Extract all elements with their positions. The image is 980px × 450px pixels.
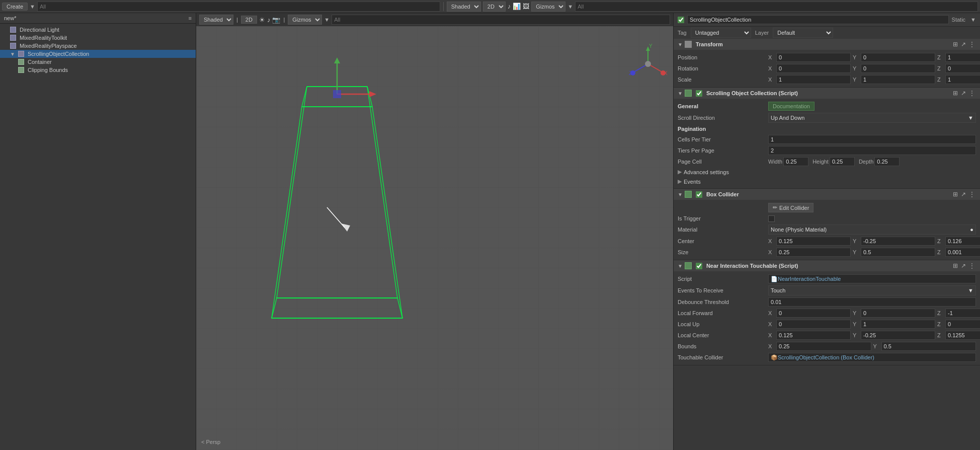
scale-x-field: X xyxy=(768,75,851,84)
near-interaction-icon-2[interactable]: ↗ xyxy=(960,262,967,269)
script-ref[interactable]: 📄 NearInteractionTouchable xyxy=(768,274,976,283)
near-interaction-icon-1[interactable]: ⊞ xyxy=(952,262,959,269)
gizmos-vp-select[interactable]: Gizmos xyxy=(288,15,322,25)
scrolling-icon-1[interactable]: ⊞ xyxy=(952,90,959,97)
audio-icon[interactable]: ♪ xyxy=(508,3,511,10)
scrolling-script-header[interactable]: ▼ Scrolling Object Collection (Script) ⊞… xyxy=(674,88,980,99)
is-trigger-checkbox[interactable] xyxy=(768,215,775,222)
tag-select[interactable]: Untagged xyxy=(691,28,751,38)
rot-x-input[interactable] xyxy=(776,64,851,73)
static-dropdown-icon[interactable]: ▼ xyxy=(970,17,976,23)
box-collider-header[interactable]: ▼ Box Collider ⊞ ↗ ⋮ xyxy=(674,189,980,200)
near-interaction-header[interactable]: ▼ Near Interaction Touchable (Script) ⊞ … xyxy=(674,260,980,271)
page-cell-depth-input[interactable] xyxy=(874,157,900,166)
material-dropdown[interactable]: None (Physic Material) ● xyxy=(768,224,976,235)
scrolling-icon-2[interactable]: ↗ xyxy=(960,90,967,97)
object-name-input[interactable] xyxy=(687,15,949,24)
near-interaction-enabled[interactable] xyxy=(696,263,702,269)
events-row[interactable]: ▶ Events xyxy=(678,177,976,186)
touchable-collider-ref[interactable]: 📦 ScrollingObjectCollection (Box Collide… xyxy=(768,353,976,362)
viewport[interactable]: Shaded | 2D ☀ ♪ 📷 | Gizmos ▼ Y xyxy=(196,13,673,450)
rot-y-input[interactable] xyxy=(861,64,935,73)
near-interaction-content: Script 📄 NearInteractionTouchable Events… xyxy=(674,271,980,365)
sun-icon[interactable]: ☀ xyxy=(259,16,265,24)
lu-x-input[interactable] xyxy=(776,320,851,329)
scale-z-input[interactable] xyxy=(945,75,980,84)
lu-z-input[interactable] xyxy=(945,320,980,329)
events-to-receive-dropdown[interactable]: Touch ▼ xyxy=(768,285,976,295)
cells-per-tier-input[interactable] xyxy=(768,135,976,144)
stats-icon[interactable]: 📊 xyxy=(513,3,521,10)
size-x-input[interactable] xyxy=(776,248,851,257)
2d-button[interactable]: 2D xyxy=(241,16,257,24)
gizmos-select[interactable]: Gizmos xyxy=(531,2,565,12)
documentation-button[interactable]: Documentation xyxy=(768,102,814,111)
hier-item-container[interactable]: Container xyxy=(0,58,196,66)
debounce-threshold-input[interactable] xyxy=(768,297,976,307)
transform-icon-1[interactable]: ⊞ xyxy=(952,41,959,48)
advanced-settings-row[interactable]: ▶ Advanced settings xyxy=(678,167,976,177)
lf-y-input[interactable] xyxy=(861,309,935,318)
hier-item-scrolling[interactable]: ▼ ScrollingObjectCollection xyxy=(0,50,196,58)
pos-z-input[interactable] xyxy=(945,53,980,62)
lc-x-input[interactable] xyxy=(776,331,851,340)
events-to-receive-row: Events To Receive Touch ▼ xyxy=(678,284,976,296)
2d-select[interactable]: 2D xyxy=(483,2,506,12)
edit-collider-button[interactable]: ✏ Edit Collider xyxy=(768,203,813,212)
page-cell-height-input[interactable] xyxy=(830,157,855,166)
shaded-mode-select[interactable]: Shaded xyxy=(199,15,233,25)
lc-z-input[interactable] xyxy=(945,331,980,340)
vp-search[interactable] xyxy=(332,15,670,25)
render-icon[interactable]: 🖼 xyxy=(523,3,529,10)
lf-z-input[interactable] xyxy=(945,309,980,318)
pos-y-input[interactable] xyxy=(861,53,935,62)
scrolling-enabled[interactable] xyxy=(696,90,702,97)
create-button[interactable]: Create xyxy=(2,3,28,11)
touchable-collider-label: Touchable Collider xyxy=(678,354,768,360)
scroll-direction-dropdown[interactable]: Up And Down ▼ xyxy=(768,113,976,123)
tiers-per-page-input[interactable] xyxy=(768,146,976,155)
lc-x-label: X xyxy=(768,332,775,338)
near-interaction-menu[interactable]: ⋮ xyxy=(968,262,976,269)
center-y-input[interactable] xyxy=(861,237,935,246)
search-input[interactable] xyxy=(37,2,440,12)
transform-icon-2[interactable]: ↗ xyxy=(960,41,967,48)
svg-marker-26 xyxy=(341,223,350,232)
lu-y-input[interactable] xyxy=(861,320,935,329)
layer-select[interactable]: Default xyxy=(773,28,833,38)
box-collider-enabled[interactable] xyxy=(696,191,702,198)
object-enabled-checkbox[interactable] xyxy=(678,17,684,23)
svg-line-15 xyxy=(372,107,402,318)
hier-item-directional-light[interactable]: Directional Light xyxy=(0,26,196,34)
center-x-input[interactable] xyxy=(776,237,851,246)
center-label: Center xyxy=(678,238,768,244)
hier-item-clipping[interactable]: Clipping Bounds xyxy=(0,66,196,74)
wireframe-object xyxy=(247,56,428,339)
size-y-input[interactable] xyxy=(861,248,935,257)
hierarchy-menu[interactable]: ≡ xyxy=(189,15,192,21)
box-collider-icon-2[interactable]: ↗ xyxy=(960,191,967,198)
transform-icons: ⊞ ↗ ⋮ xyxy=(952,41,976,48)
gizmos-search-input[interactable] xyxy=(575,2,978,12)
transform-header[interactable]: ▼ Transform ⊞ ↗ ⋮ xyxy=(674,39,980,50)
size-z-input[interactable] xyxy=(945,248,980,257)
lf-x-input[interactable] xyxy=(776,309,851,318)
page-cell-width-input[interactable] xyxy=(783,157,808,166)
scale-y-input[interactable] xyxy=(861,75,935,84)
shaded-select[interactable]: Shaded xyxy=(447,2,481,12)
center-z-input[interactable] xyxy=(945,237,980,246)
box-collider-menu[interactable]: ⋮ xyxy=(968,191,976,198)
camera-icon[interactable]: 📷 xyxy=(272,16,280,24)
hier-item-mrtk[interactable]: MixedRealityToolkit xyxy=(0,34,196,42)
hier-item-mrtk-playspace[interactable]: MixedRealityPlayspace xyxy=(0,42,196,50)
audio-vp-icon[interactable]: ♪ xyxy=(267,16,271,24)
scale-x-input[interactable] xyxy=(776,75,851,84)
lc-y-input[interactable] xyxy=(861,331,935,340)
box-collider-icon-1[interactable]: ⊞ xyxy=(952,191,959,198)
rot-z-input[interactable] xyxy=(945,64,980,73)
pos-x-input[interactable] xyxy=(776,53,851,62)
bounds-x-input[interactable] xyxy=(776,342,871,351)
scrolling-menu[interactable]: ⋮ xyxy=(968,90,976,97)
transform-menu[interactable]: ⋮ xyxy=(968,41,976,48)
bounds-y-input[interactable] xyxy=(881,342,976,351)
